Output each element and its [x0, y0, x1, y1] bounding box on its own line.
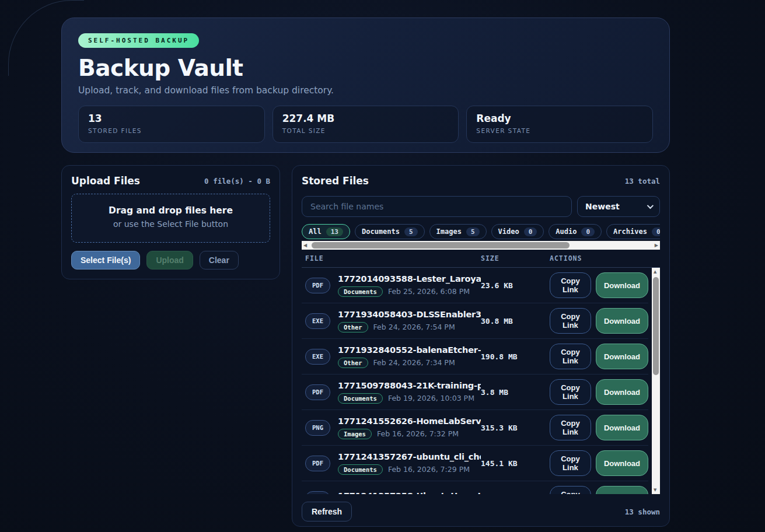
- download-button[interactable]: Download: [596, 344, 648, 369]
- file-date: Feb 19, 2026, 10:03 PM: [388, 394, 474, 402]
- vertical-scrollbar[interactable]: ▲ ▼: [652, 268, 660, 494]
- copy-link-button[interactable]: Copy Link: [550, 272, 591, 298]
- category-badge: Documents: [338, 286, 383, 297]
- filter-chip-video[interactable]: Video 0: [491, 224, 544, 239]
- column-header-actions: ACTIONS: [550, 254, 648, 262]
- filter-count-badge: 5: [404, 228, 418, 236]
- stored-files-panel: Stored Files 13 total Newest All 13 Docu…: [292, 165, 670, 527]
- file-type-icon: PDF: [305, 278, 330, 293]
- file-list: PDF 1772014093588-Lester_Laroya... Docum…: [302, 268, 660, 494]
- column-header-file: FILE: [305, 254, 481, 262]
- filter-count-badge: 13: [326, 228, 343, 236]
- table-row: PDF 1772014093588-Lester_Laroya... Docum…: [302, 268, 648, 303]
- file-size: 23.6 KB: [481, 281, 550, 290]
- category-badge: Documents: [338, 464, 383, 475]
- stat-value: Ready: [476, 113, 643, 124]
- stat-value: 227.4 MB: [282, 113, 449, 124]
- copy-link-button[interactable]: Copy Link: [550, 415, 591, 440]
- download-button[interactable]: Download: [596, 486, 648, 494]
- filter-chip-images[interactable]: Images 5: [429, 224, 487, 239]
- filter-count-badge: 0: [652, 228, 660, 236]
- select-files-button[interactable]: Select File(s): [71, 251, 140, 270]
- file-list-viewport: PDF 1772014093588-Lester_Laroya... Docum…: [302, 268, 660, 494]
- filter-count-badge: 0: [524, 228, 537, 236]
- download-button[interactable]: Download: [596, 415, 648, 440]
- hero-card: SELF-HOSTED BACKUP Backup Vault Upload, …: [61, 18, 670, 153]
- copy-link-button[interactable]: Copy Link: [550, 379, 591, 405]
- dropzone-title: Drag and drop files here: [72, 205, 270, 216]
- file-type-icon: PNG: [305, 420, 330, 436]
- filter-chip-documents[interactable]: Documents 5: [355, 224, 425, 239]
- table-row: 1771241357258-UbuntuHomeLa... Copy Link …: [302, 481, 648, 494]
- stat-label: SERVER STATE: [476, 127, 643, 134]
- search-input[interactable]: [302, 196, 572, 217]
- filter-chip-archives[interactable]: Archives 0: [606, 224, 660, 239]
- scroll-left-icon[interactable]: ◀: [303, 243, 307, 248]
- column-header-size: SIZE: [481, 254, 550, 262]
- upload-button[interactable]: Upload: [146, 251, 193, 270]
- filter-label: All: [309, 228, 322, 236]
- stat-label: TOTAL SIZE: [282, 127, 449, 134]
- file-date: Feb 24, 2026, 7:54 PM: [373, 323, 455, 331]
- file-name: 1771241552626-HomeLabServer...: [338, 416, 481, 426]
- page-subtitle: Upload, track, and download files from b…: [78, 85, 653, 96]
- scroll-down-icon[interactable]: ▼: [654, 488, 656, 492]
- file-name: 1772014093588-Lester_Laroya...: [338, 274, 481, 284]
- clear-button[interactable]: Clear: [200, 251, 239, 270]
- file-type-icon: PDF: [305, 384, 330, 400]
- filter-chip-all[interactable]: All 13: [302, 224, 350, 239]
- category-badge: Images: [338, 429, 372, 439]
- copy-link-button[interactable]: Copy Link: [550, 486, 591, 494]
- file-name: 1771241357258-UbuntuHomeLa...: [338, 491, 481, 495]
- file-size: 190.8 MB: [481, 352, 550, 361]
- file-type-icon: PDF: [305, 456, 330, 471]
- file-name: 1771934058403-DLSSEnabler3....: [338, 310, 481, 319]
- file-size: 3.8 MB: [481, 388, 550, 397]
- stat-stored-files: 13 STORED FILES: [78, 106, 265, 143]
- refresh-button[interactable]: Refresh: [302, 502, 352, 522]
- table-row: EXE 1771934058403-DLSSEnabler3.... Other…: [302, 303, 648, 339]
- category-badge: Other: [338, 358, 368, 368]
- vertical-scrollbar-thumb[interactable]: [653, 277, 659, 375]
- download-button[interactable]: Download: [596, 450, 648, 476]
- file-name: 1771932840552-balenaEtcher-2...: [338, 345, 481, 355]
- file-type-icon: EXE: [305, 349, 330, 365]
- filter-chip-audio[interactable]: Audio 0: [549, 224, 602, 239]
- scroll-right-icon[interactable]: ▶: [655, 243, 658, 248]
- download-button[interactable]: Download: [596, 272, 648, 298]
- file-size: 30.8 MB: [481, 317, 550, 326]
- file-size: 315.3 KB: [481, 424, 550, 432]
- shown-count-label: 13 shown: [625, 508, 660, 516]
- download-button[interactable]: Download: [596, 308, 648, 334]
- stat-value: 13: [88, 113, 255, 124]
- scroll-up-icon[interactable]: ▲: [654, 270, 656, 274]
- horizontal-scrollbar-thumb[interactable]: [312, 242, 570, 249]
- horizontal-scrollbar[interactable]: ◀ ▶: [302, 241, 660, 250]
- file-type-icon: [305, 491, 330, 495]
- file-name: 1771509788043-21K-training-pl...: [338, 381, 481, 390]
- stat-label: STORED FILES: [88, 127, 255, 134]
- file-name: 1771241357267-ubuntu_cli_che...: [338, 452, 481, 461]
- table-row: PDF 1771509788043-21K-training-pl... Doc…: [302, 374, 648, 410]
- category-badge: Other: [338, 322, 368, 332]
- file-date: Feb 24, 2026, 7:34 PM: [373, 358, 455, 367]
- table-row: EXE 1771932840552-balenaEtcher-2... Othe…: [302, 339, 648, 374]
- stat-server-state: Ready SERVER STATE: [466, 106, 653, 143]
- file-type-icon: EXE: [305, 313, 330, 329]
- stat-total-size: 227.4 MB TOTAL SIZE: [273, 106, 459, 143]
- page-title: Backup Vault: [78, 55, 653, 81]
- copy-link-button[interactable]: Copy Link: [550, 450, 591, 476]
- file-date: Feb 16, 2026, 7:29 PM: [388, 465, 470, 474]
- dropzone[interactable]: Drag and drop files here or use the Sele…: [71, 194, 270, 243]
- backup-vault-app: SELF-HOSTED BACKUP Backup Vault Upload, …: [61, 18, 670, 527]
- table-row: PNG 1771241552626-HomeLabServer... Image…: [302, 410, 648, 446]
- filter-count-badge: 5: [466, 228, 480, 236]
- sort-selected-value: Newest: [585, 202, 620, 211]
- copy-link-button[interactable]: Copy Link: [550, 308, 591, 334]
- total-count-label: 13 total: [625, 177, 660, 186]
- download-button[interactable]: Download: [596, 379, 648, 405]
- sort-select[interactable]: Newest: [577, 196, 660, 217]
- upload-panel-title: Upload Files: [71, 175, 140, 187]
- copy-link-button[interactable]: Copy Link: [550, 344, 591, 369]
- filter-label: Archives: [613, 228, 647, 236]
